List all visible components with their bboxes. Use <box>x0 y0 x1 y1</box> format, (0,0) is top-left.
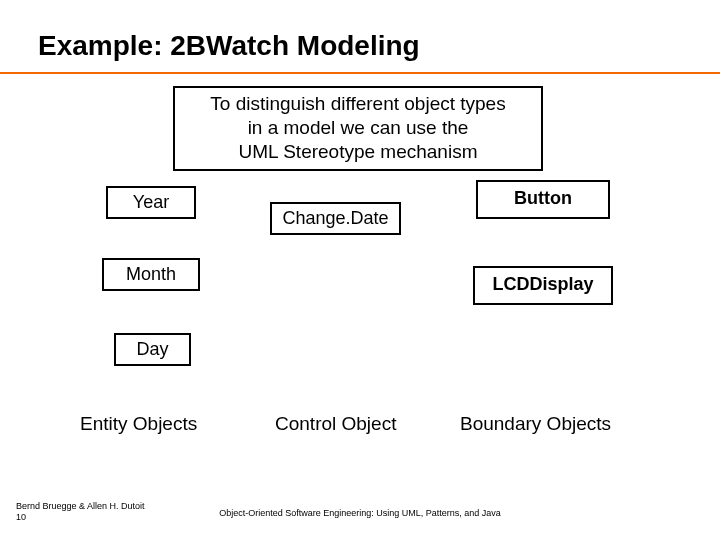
slide-title: Example: 2BWatch Modeling <box>38 30 420 62</box>
box-day: Day <box>114 333 191 366</box>
callout-line-2: in a model we can use the <box>181 116 535 140</box>
footer-subtitle: Object-Oriented Software Engineering: Us… <box>0 508 720 518</box>
column-label-boundary: Boundary Objects <box>460 413 611 435</box>
box-lcddisplay: LCDDisplay <box>473 266 613 305</box>
box-year: Year <box>106 186 196 219</box>
column-label-control: Control Object <box>275 413 396 435</box>
box-month: Month <box>102 258 200 291</box>
callout-box: To distinguish different object types in… <box>173 86 543 171</box>
callout-line-1: To distinguish different object types <box>181 92 535 116</box>
callout-line-3: UML Stereotype mechanism <box>181 140 535 164</box>
box-change-date: Change.Date <box>270 202 401 235</box>
box-button: Button <box>476 180 610 219</box>
column-label-entity: Entity Objects <box>80 413 197 435</box>
slide: Example: 2BWatch Modeling To distinguish… <box>0 0 720 540</box>
title-underline <box>0 72 720 74</box>
